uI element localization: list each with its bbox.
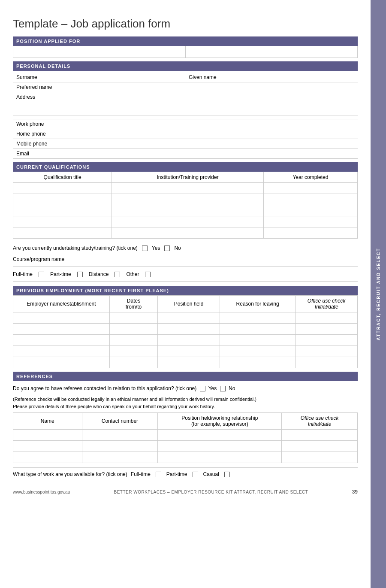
distance-checkbox[interactable] xyxy=(115,272,120,277)
qual-year-header: Year completed xyxy=(263,172,357,183)
emp-row-4-reason[interactable] xyxy=(220,346,296,357)
ref-row-1-office[interactable] xyxy=(282,430,358,441)
ref-yes-checkbox[interactable] xyxy=(200,386,205,391)
position-section-header: POSITION APPLIED FOR xyxy=(13,36,358,46)
emp-row-4-office[interactable] xyxy=(296,346,358,357)
emp-row-1-dates[interactable] xyxy=(109,312,157,324)
distance-label: Distance xyxy=(89,269,109,279)
study-no-label: No xyxy=(174,243,181,253)
qual-row-5-inst[interactable] xyxy=(112,227,264,239)
mobile-phone-value[interactable] xyxy=(305,139,358,149)
ref-row-3-name[interactable] xyxy=(13,452,82,463)
study-yes-label: Yes xyxy=(152,243,160,253)
emp-row-2-position[interactable] xyxy=(158,324,220,335)
qual-institution-header: Institution/Training provider xyxy=(112,172,264,183)
employment-table: Employer name/establishment Datesfrom/to… xyxy=(13,295,358,368)
personal-name-table: Surname Given name Preferred name Addres… xyxy=(13,73,358,119)
work-avail-fulltime-checkbox[interactable] xyxy=(156,472,161,477)
emp-row-5-dates[interactable] xyxy=(109,357,157,368)
ref-office-header: Office use checkInitial/date xyxy=(282,413,358,430)
emp-row-2-dates[interactable] xyxy=(109,324,157,335)
other-label: Other xyxy=(126,269,139,279)
work-avail-parttime-checkbox[interactable] xyxy=(193,472,198,477)
ref-no-checkbox[interactable] xyxy=(220,386,226,391)
work-phone-value[interactable] xyxy=(305,119,358,129)
qual-row-3-title[interactable] xyxy=(13,205,112,216)
ref-row-2-contact[interactable] xyxy=(82,441,158,452)
emp-row-5-position[interactable] xyxy=(158,357,220,368)
qual-row-3-year[interactable] xyxy=(263,205,357,216)
work-availability-section: What type of work are you available for?… xyxy=(13,467,358,477)
emp-row-2-reason[interactable] xyxy=(220,324,296,335)
emp-row-3-dates[interactable] xyxy=(109,335,157,346)
fulltime-checkbox[interactable] xyxy=(39,272,44,277)
work-avail-question: What type of work are you available for?… xyxy=(13,471,127,477)
emp-row-5-reason[interactable] xyxy=(220,357,296,368)
emp-row-3-office[interactable] xyxy=(296,335,358,346)
ref-contact-header: Contact number xyxy=(82,413,158,430)
study-no-checkbox[interactable] xyxy=(164,246,170,251)
work-avail-fulltime-label: Full-time xyxy=(131,471,151,477)
qual-row-4-inst[interactable] xyxy=(112,216,264,227)
references-table: Name Contact number Position held/workin… xyxy=(13,412,358,463)
emp-row-1-employer[interactable] xyxy=(13,312,110,324)
emp-row-1-office[interactable] xyxy=(296,312,358,324)
qual-row-5-year[interactable] xyxy=(263,227,357,239)
qual-row-1-title[interactable] xyxy=(13,183,112,194)
emp-row-1-reason[interactable] xyxy=(220,312,296,324)
emp-row-3-reason[interactable] xyxy=(220,335,296,346)
parttime-label: Part-time xyxy=(50,269,71,279)
ref-row-2-position[interactable] xyxy=(158,441,282,452)
emp-row-4-position[interactable] xyxy=(158,346,220,357)
ref-row-1-position[interactable] xyxy=(158,430,282,441)
preferred-name-label: Preferred name xyxy=(13,82,185,92)
personal-section-header: PERSONAL DETAILS xyxy=(13,61,358,71)
emp-row-4-employer[interactable] xyxy=(13,346,110,357)
ref-row-2-office[interactable] xyxy=(282,441,358,452)
ref-row-3-position[interactable] xyxy=(158,452,282,463)
ref-row-2-name[interactable] xyxy=(13,441,82,452)
references-section-header: REFERENCES xyxy=(13,372,358,381)
page-footer: www.businesspoint.tas.gov.au BETTER WORK… xyxy=(13,486,358,495)
study-yes-checkbox[interactable] xyxy=(142,246,148,251)
emp-row-1-position[interactable] xyxy=(158,312,220,324)
parttime-checkbox[interactable] xyxy=(77,272,83,277)
given-name-label: Given name xyxy=(185,73,358,82)
emp-row-2-employer[interactable] xyxy=(13,324,110,335)
qual-row-1-year[interactable] xyxy=(263,183,357,194)
emp-row-2-office[interactable] xyxy=(296,324,358,335)
page-title: Template – Job application form xyxy=(13,17,358,30)
emp-row-5-employer[interactable] xyxy=(13,357,110,368)
ref-row-3-office[interactable] xyxy=(282,452,358,463)
other-checkbox[interactable] xyxy=(145,272,151,277)
ref-yes-label: Yes xyxy=(208,385,217,391)
qual-row-4-title[interactable] xyxy=(13,216,112,227)
email-value[interactable] xyxy=(305,149,358,159)
surname-label: Surname xyxy=(13,73,185,82)
qual-row-1-inst[interactable] xyxy=(112,183,264,194)
emp-reason-header: Reason for leaving xyxy=(220,296,296,312)
work-avail-casual-checkbox[interactable] xyxy=(224,472,230,477)
home-phone-value[interactable] xyxy=(305,129,358,139)
ref-row-3-contact[interactable] xyxy=(82,452,158,463)
qualifications-section-header: CURRENT QUALIFICATIONS xyxy=(13,162,358,172)
ref-row-1-contact[interactable] xyxy=(82,430,158,441)
course-program-label: Course/program name xyxy=(13,256,64,262)
preferred-name-value[interactable] xyxy=(185,82,358,92)
qual-row-3-inst[interactable] xyxy=(112,205,264,216)
qual-row-2-inst[interactable] xyxy=(112,194,264,205)
qual-row-2-year[interactable] xyxy=(263,194,357,205)
employment-section-header: PREVIOUS EMPLOYMENT (MOST RECENT FIRST P… xyxy=(13,286,358,295)
emp-row-3-employer[interactable] xyxy=(13,335,110,346)
ref-no-label: No xyxy=(229,385,235,391)
position-applied-value[interactable] xyxy=(186,46,358,58)
emp-row-5-office[interactable] xyxy=(296,357,358,368)
emp-row-3-position[interactable] xyxy=(158,335,220,346)
side-tab: ATTRACT, RECRUIT AND SELECT xyxy=(371,0,386,588)
qual-row-4-year[interactable] xyxy=(263,216,357,227)
qual-row-2-title[interactable] xyxy=(13,194,112,205)
qual-row-5-title[interactable] xyxy=(13,227,112,239)
emp-row-4-dates[interactable] xyxy=(109,346,157,357)
work-avail-parttime-label: Part-time xyxy=(166,471,187,477)
ref-row-1-name[interactable] xyxy=(13,430,82,441)
